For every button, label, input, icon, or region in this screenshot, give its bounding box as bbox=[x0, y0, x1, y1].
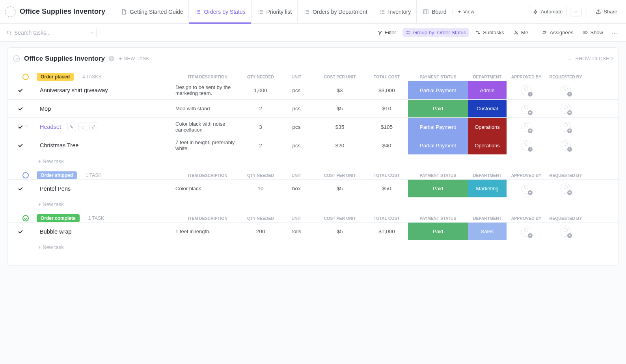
approved-by-cell[interactable] bbox=[507, 100, 546, 117]
group-by-button[interactable]: Group by: Order Status bbox=[402, 28, 469, 37]
qty-needed[interactable]: 2 bbox=[242, 136, 279, 154]
requested-by-cell[interactable] bbox=[546, 81, 585, 99]
status-circle-icon[interactable] bbox=[22, 172, 29, 178]
approved-by-cell[interactable] bbox=[507, 180, 546, 197]
col-payment-status[interactable]: PAYMENT STATUS bbox=[408, 173, 468, 178]
item-description[interactable]: Mop with stand bbox=[173, 100, 242, 117]
col-requested-by[interactable]: REQUESTED BY bbox=[546, 173, 585, 178]
task-name[interactable]: Christmas Tree bbox=[34, 136, 173, 154]
status-pill[interactable]: Order shipped bbox=[37, 171, 77, 179]
department-tag[interactable]: Marketing bbox=[468, 180, 507, 197]
status-pill[interactable]: Order complete bbox=[37, 214, 80, 222]
cost-per-unit[interactable]: $35 bbox=[314, 118, 365, 136]
col-qty[interactable]: QTY NEEDED bbox=[242, 173, 279, 178]
col-total-cost[interactable]: TOTAL COST bbox=[365, 216, 408, 221]
unit[interactable]: rolls bbox=[279, 223, 314, 240]
col-total-cost[interactable]: TOTAL COST bbox=[365, 173, 408, 178]
tab-inventory[interactable]: Inventory bbox=[373, 0, 417, 23]
requested-by-cell[interactable] bbox=[546, 118, 585, 136]
tab-getting-started-guide[interactable]: Getting Started Guide bbox=[115, 0, 188, 23]
search-input[interactable] bbox=[14, 30, 85, 36]
qty-needed[interactable]: 200 bbox=[242, 223, 279, 240]
col-unit[interactable]: UNIT bbox=[279, 74, 314, 79]
status-pill[interactable]: Order placed bbox=[37, 73, 74, 81]
task-row[interactable]: Pentel PensColor black10box$5$50PaidMark… bbox=[7, 179, 619, 197]
col-approved-by[interactable]: APPROVED BY bbox=[507, 216, 546, 221]
filter-button[interactable]: Filter bbox=[374, 28, 399, 37]
department-tag[interactable]: Sales bbox=[468, 223, 507, 240]
check-icon[interactable] bbox=[18, 229, 23, 234]
payment-status-tag[interactable]: Paid bbox=[408, 180, 468, 197]
col-total-cost[interactable]: TOTAL COST bbox=[365, 74, 408, 79]
col-approved-by[interactable]: APPROVED BY bbox=[507, 173, 546, 178]
subtask-icon[interactable] bbox=[67, 123, 76, 131]
status-circle-icon[interactable] bbox=[22, 74, 29, 80]
item-description[interactable]: Color black bbox=[173, 180, 242, 197]
department-tag[interactable]: Admin bbox=[468, 81, 507, 99]
new-task-row[interactable]: + New task bbox=[7, 197, 619, 207]
cost-per-unit[interactable]: $20 bbox=[314, 136, 365, 154]
item-description[interactable]: Design to be sent by the marketing team. bbox=[173, 81, 242, 99]
subtasks-button[interactable]: Subtasks bbox=[472, 28, 507, 37]
cost-per-unit[interactable]: $5 bbox=[314, 100, 365, 117]
item-description[interactable]: 7 feet in height, preferably white. bbox=[173, 136, 242, 154]
col-qty[interactable]: QTY NEEDED bbox=[242, 74, 279, 79]
assignees-button[interactable]: Assignees bbox=[539, 28, 576, 37]
col-payment-status[interactable]: PAYMENT STATUS bbox=[408, 216, 468, 221]
col-cost-per-unit[interactable]: COST PER UNIT bbox=[314, 216, 365, 221]
task-row[interactable]: Christmas Tree7 feet in height, preferab… bbox=[7, 136, 619, 154]
check-icon[interactable] bbox=[18, 143, 23, 148]
col-unit[interactable]: UNIT bbox=[279, 173, 314, 178]
tab-priority-list[interactable]: Priority list bbox=[251, 0, 298, 23]
item-description[interactable]: Color black with noise cancellation bbox=[173, 118, 242, 136]
col-requested-by[interactable]: REQUESTED BY bbox=[546, 74, 585, 79]
collapse-icon[interactable] bbox=[13, 55, 20, 62]
department-tag[interactable]: Operations bbox=[468, 136, 507, 154]
department-tag[interactable]: Custodial bbox=[468, 100, 507, 117]
requested-by-cell[interactable] bbox=[546, 136, 585, 154]
task-row[interactable]: MopMop with stand2pcs$5$10PaidCustodial bbox=[7, 99, 619, 117]
show-button[interactable]: Show bbox=[579, 28, 606, 37]
unit[interactable]: box bbox=[279, 180, 314, 197]
approved-by-cell[interactable] bbox=[507, 223, 546, 240]
task-row[interactable]: Bubble wrap1 feet in length.200rolls$5$1… bbox=[7, 222, 619, 240]
qty-needed[interactable]: 2 bbox=[242, 100, 279, 117]
total-cost[interactable]: $3,000 bbox=[365, 81, 408, 99]
task-row[interactable]: HeadsetColor black with noise cancellati… bbox=[7, 117, 619, 136]
more-menu-button[interactable]: ⋯ bbox=[609, 28, 620, 37]
col-payment-status[interactable]: PAYMENT STATUS bbox=[408, 74, 468, 79]
show-closed-button[interactable]: SHOW CLOSED bbox=[568, 56, 613, 61]
unit[interactable]: pcs bbox=[279, 136, 314, 154]
col-department[interactable]: DEPARTMENT bbox=[468, 216, 507, 221]
new-task-button[interactable]: + NEW TASK bbox=[119, 56, 149, 61]
col-department[interactable]: DEPARTMENT bbox=[468, 74, 507, 79]
cost-per-unit[interactable]: $5 bbox=[314, 180, 365, 197]
task-name[interactable]: Pentel Pens bbox=[34, 180, 173, 197]
payment-status-tag[interactable]: Partial Payment bbox=[408, 136, 468, 154]
task-name[interactable]: Headset bbox=[34, 118, 173, 136]
total-cost[interactable]: $105 bbox=[365, 118, 408, 136]
col-department[interactable]: DEPARTMENT bbox=[468, 173, 507, 178]
total-cost[interactable]: $50 bbox=[365, 180, 408, 197]
check-icon[interactable] bbox=[18, 124, 23, 130]
col-item-description[interactable]: ITEM DESCRIPTION bbox=[173, 74, 242, 79]
payment-status-tag[interactable]: Paid bbox=[408, 223, 468, 240]
add-view-button[interactable]: + View bbox=[452, 9, 480, 15]
payment-status-tag[interactable]: Paid bbox=[408, 100, 468, 117]
qty-needed[interactable]: 10 bbox=[242, 180, 279, 197]
approved-by-cell[interactable] bbox=[507, 81, 546, 99]
new-task-row[interactable]: + New task bbox=[7, 240, 619, 250]
tag-icon[interactable] bbox=[78, 123, 87, 131]
col-requested-by[interactable]: REQUESTED BY bbox=[546, 216, 585, 221]
check-icon[interactable] bbox=[18, 186, 23, 191]
col-qty[interactable]: QTY NEEDED bbox=[242, 216, 279, 221]
check-icon[interactable] bbox=[18, 87, 23, 93]
qty-needed[interactable]: 3 bbox=[242, 118, 279, 136]
new-task-row[interactable]: + New task bbox=[7, 154, 619, 164]
approved-by-cell[interactable] bbox=[507, 118, 546, 136]
automate-chevron[interactable] bbox=[570, 7, 582, 17]
item-description[interactable]: 1 feet in length. bbox=[173, 223, 242, 240]
col-cost-per-unit[interactable]: COST PER UNIT bbox=[314, 74, 365, 79]
automate-button[interactable]: Automate bbox=[529, 6, 567, 17]
qty-needed[interactable]: 1,000 bbox=[242, 81, 279, 99]
